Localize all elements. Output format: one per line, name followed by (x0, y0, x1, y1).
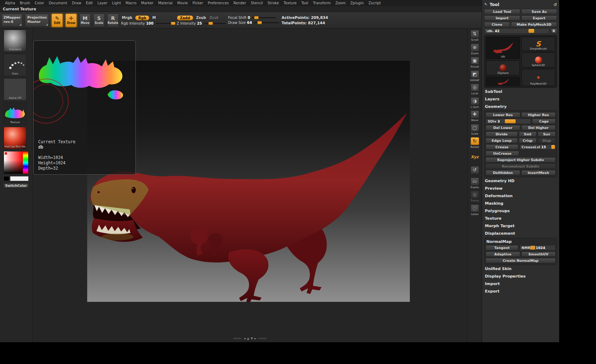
switch-color-button[interactable]: SwitchColor (4, 183, 29, 188)
strip-transp-button[interactable]: ◍ Transp (469, 191, 481, 203)
rotate-button[interactable]: R Rotate (107, 14, 119, 27)
menu-stroke[interactable]: Stroke (268, 1, 279, 5)
scroll-down-icon[interactable]: ▼ (251, 337, 253, 340)
section-layers[interactable]: Layers (484, 95, 557, 103)
tangent-button[interactable]: Tangent (486, 245, 518, 250)
section-geometry[interactable]: Geometry (484, 103, 557, 110)
menu-preferences[interactable]: Preferences (208, 1, 229, 5)
material-selector[interactable]: MatCap Red Wa (4, 127, 26, 149)
strip-actual-button[interactable]: ▣ Actual (469, 57, 481, 69)
zadd-button[interactable]: Zadd (177, 15, 193, 20)
section-unified-skin[interactable]: Unified Skin (484, 265, 557, 273)
menu-transform[interactable]: Transform (313, 1, 331, 5)
menu-zscript[interactable]: Zscript (368, 1, 381, 5)
section-displacement[interactable]: Displacement (484, 230, 557, 237)
section-normalmap[interactable]: NormalMap (486, 239, 556, 244)
strip-local-button[interactable]: ◎ Local (469, 84, 481, 96)
sphere3d-tool[interactable]: Sphere3D (521, 53, 555, 68)
divide-button[interactable]: Divide (486, 131, 518, 137)
section-morph-target[interactable]: Morph Target (484, 222, 557, 230)
make-polymesh3d-button[interactable]: Make PolyMesh3D (511, 22, 557, 27)
crease-lvl-slider[interactable]: CreaseLvl 15 (520, 144, 556, 150)
zsub-button[interactable]: Zsub (195, 15, 207, 20)
del-hidden-button[interactable]: DelHidden (486, 170, 520, 175)
adaptive-button[interactable]: Adaptive (486, 251, 520, 257)
strip-rotate-button[interactable]: ↻ Rotate (469, 137, 481, 149)
tool-select-slider[interactable]: \db. 42 (484, 28, 550, 34)
zcut-button[interactable]: Zcut (209, 15, 219, 20)
suv-button[interactable]: Suv (538, 131, 556, 137)
canvas-area[interactable]: Current Texture db Width=1024 Height=102… (32, 29, 467, 342)
section-masking[interactable]: Masking (484, 200, 557, 207)
menu-picker[interactable]: Picker (193, 1, 203, 5)
save-as-button[interactable]: Save As (521, 9, 557, 14)
sdiv-slider[interactable]: SDiv 3 (486, 119, 531, 124)
crisp-button[interactable]: Crisp (519, 138, 537, 143)
zmapper-button[interactable]: ZMapper rev-E (1, 14, 23, 27)
focal-shift-slider[interactable] (252, 17, 276, 18)
load-tool-button[interactable]: Load Tool (484, 9, 520, 14)
section-subtool[interactable]: SubTool (484, 88, 557, 95)
del-higher-button[interactable]: Del Higher (521, 125, 556, 130)
import-button[interactable]: Import (484, 15, 520, 21)
current-tool-thumb[interactable]: \db (486, 37, 520, 59)
strip-xyz-button[interactable]: Xyz (469, 151, 481, 163)
secondary-color-swatch[interactable] (4, 176, 9, 181)
reconstruct-button[interactable]: Reconstruct Subdiv (486, 164, 556, 169)
menu-document[interactable]: Document (49, 1, 67, 5)
move-button[interactable]: M Move (79, 14, 91, 27)
menu-movie[interactable]: Movie (177, 1, 188, 5)
m-button[interactable]: M (152, 15, 157, 20)
menu-zplugin[interactable]: Zplugin (350, 1, 364, 5)
nmres-slider[interactable]: NMRes 1024 (520, 245, 556, 250)
menu-alpha[interactable]: Alpha (5, 1, 15, 5)
sdiv-handle[interactable] (505, 119, 516, 123)
canvas-scroll-arrows[interactable]: ◄ ▲ ▼ ► (33, 337, 467, 340)
rgb-button[interactable]: Rgb (135, 15, 149, 20)
strip-scroll-button[interactable]: ⇅ Scroll (469, 30, 481, 42)
lower-res-button[interactable]: Lower Res (486, 112, 520, 118)
menu-stencil[interactable]: Stencil (251, 1, 263, 5)
higher-res-button[interactable]: Higher Res (521, 112, 556, 118)
menu-material[interactable]: Material (158, 1, 173, 5)
insert-mesh-button[interactable]: InsertMesh (521, 170, 556, 175)
menu-macro[interactable]: Macro (126, 1, 136, 5)
polymesh3d-tool[interactable]: ✶ PolyMesh3D (521, 69, 555, 86)
menu-render[interactable]: Render (233, 1, 246, 5)
scroll-up-icon[interactable]: ▲ (247, 337, 249, 340)
section-preview[interactable]: Preview (484, 185, 557, 192)
del-lower-button[interactable]: Del Lower (486, 125, 520, 130)
strip-aahalf-button[interactable]: ◩ AAHalf (469, 70, 481, 83)
nmres-handle[interactable] (530, 246, 535, 250)
zsphere-tool[interactable]: ZSphere (486, 60, 520, 75)
section-geometry-hd[interactable]: Geometry HD (484, 177, 557, 185)
disp-button[interactable]: Disp (538, 138, 556, 143)
tool-slider-handle[interactable] (528, 29, 534, 33)
menu-layer[interactable]: Layer (98, 1, 108, 5)
edge-loop-button[interactable]: Edge Loop (486, 138, 518, 143)
scroll-right-icon[interactable]: ► (254, 337, 257, 340)
mrgb-button[interactable]: Mrgb (121, 15, 133, 20)
smt-button[interactable]: Smt (519, 131, 537, 137)
menu-edit[interactable]: Edit (86, 1, 93, 5)
strip-move-button[interactable]: ✚ Move (469, 110, 481, 123)
panel-collapse-icon[interactable]: ↖ (484, 2, 487, 7)
simplebrush-tool[interactable]: S SimpleBrush (521, 37, 555, 51)
strip-lsym-button[interactable]: ◑ L.Sym (469, 97, 481, 109)
strip-scale-button[interactable]: ▢ Scale (469, 124, 481, 136)
menu-brush[interactable]: Brush (20, 1, 30, 5)
crease-lvl-handle[interactable] (551, 145, 555, 149)
section-display-properties[interactable]: Display Properties (484, 273, 557, 280)
menu-zoom[interactable]: Zoom (335, 1, 346, 5)
crease-button[interactable]: Crease (486, 144, 518, 150)
menu-texture[interactable]: Texture (284, 1, 297, 5)
smoothuv-button[interactable]: SmoothUV (521, 251, 556, 257)
reproject-button[interactable]: Reproject Higher Subdiv (486, 157, 556, 163)
restore-button[interactable]: R (551, 28, 557, 34)
section-deformation[interactable]: Deformation (484, 192, 557, 200)
create-normalmap-button[interactable]: Create NormalMap (486, 258, 556, 263)
recent-tool-thumb[interactable] (486, 77, 520, 86)
edit-button[interactable]: ✎ Edit (51, 14, 63, 27)
section-export[interactable]: Export (484, 288, 557, 295)
rgb-intensity-slider[interactable] (156, 23, 174, 24)
